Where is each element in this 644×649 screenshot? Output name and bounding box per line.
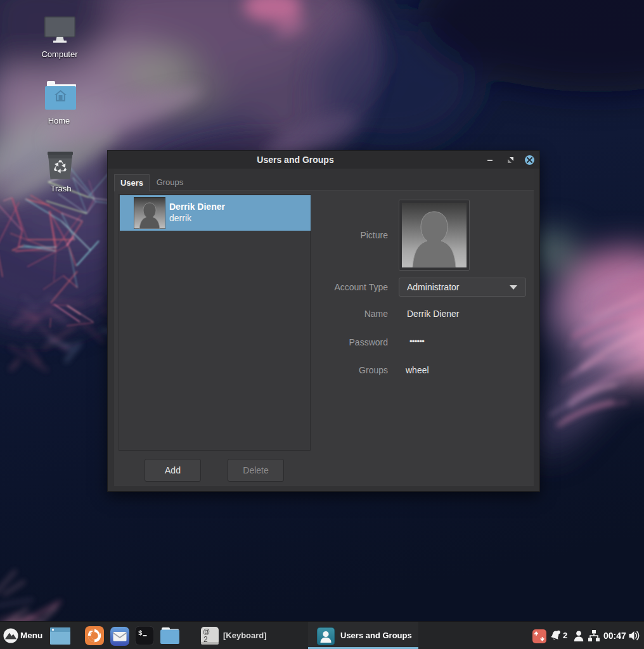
svg-text:$: $ <box>138 629 143 637</box>
svg-text:@: @ <box>203 627 210 635</box>
svg-text:2: 2 <box>203 635 208 644</box>
